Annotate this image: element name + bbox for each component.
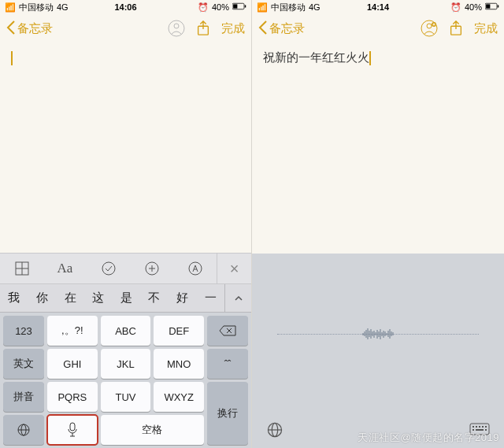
keyboard-toolbar: Aa × [0,253,251,284]
signal-icon: 📶 [257,2,268,13]
done-button[interactable]: 完成 [474,21,498,36]
key-punct[interactable]: ,。?! [47,316,98,346]
candidate[interactable]: 你 [28,291,57,305]
svg-point-13 [189,262,202,275]
note-text: 祝新的一年红红火火 [263,50,369,64]
key-jkl[interactable]: JKL [101,349,151,379]
battery-label: 40% [465,2,482,12]
key-mno[interactable]: MNO [154,349,204,379]
key-abc[interactable]: ABC [101,316,151,346]
candidate[interactable]: 我 [0,291,28,305]
person-add-icon[interactable] [421,20,438,37]
screen-right: 📶 中国移动 4G 14:14 ⏰ 40% 备忘录 [252,0,504,448]
key-newline[interactable]: 换行 [207,382,248,445]
key-pinyin[interactable]: 拼音 [3,382,44,412]
dictation-panel [252,254,504,449]
back-label: 备忘录 [269,21,305,36]
back-button[interactable]: 备忘录 [6,20,53,37]
status-bar: 📶 中国移动 4G 14:06 ⏰ 40% [0,0,251,14]
network-label: 4G [57,2,69,12]
text-cursor [11,51,13,65]
back-label: 备忘录 [17,21,53,36]
svg-rect-2 [245,6,246,8]
svg-rect-35 [472,426,474,428]
candidate-bar: 我 你 在 这 是 不 好 一 [0,284,251,313]
clock: 14:14 [367,2,389,12]
key-english[interactable]: 英文 [3,349,44,379]
alarm-icon: ⏰ [198,2,209,13]
share-icon[interactable] [447,20,465,37]
key-backspace[interactable] [207,316,248,346]
table-icon[interactable] [0,261,43,276]
share-icon[interactable] [195,20,212,37]
candidate[interactable]: 在 [56,291,84,305]
key-shift[interactable]: ˆˆ [207,349,248,379]
chevron-left-icon [6,20,16,37]
candidate[interactable]: 一 [196,291,224,305]
nav-bar: 备忘录 完成 [0,14,251,43]
chevron-left-icon [258,20,268,37]
key-globe[interactable] [3,415,44,445]
battery-icon [232,0,246,15]
key-123[interactable]: 123 [3,316,44,346]
key-ghi[interactable]: GHI [47,349,98,379]
svg-rect-19 [70,423,75,431]
candidate[interactable]: 这 [84,291,113,305]
note-content[interactable] [0,43,251,253]
network-label: 4G [309,2,321,12]
svg-rect-39 [485,426,487,428]
watermark: 天涯社区@随便起的名字2019 [358,431,499,445]
key-wxyz[interactable]: WXYZ [154,382,204,412]
note-content[interactable]: 祝新的一年红红火火 [252,43,504,254]
status-bar: 📶 中国移动 4G 14:14 ⏰ 40% [252,0,504,14]
svg-rect-23 [486,4,490,8]
svg-point-26 [427,24,432,28]
globe-icon[interactable] [266,421,284,442]
svg-rect-36 [476,426,477,428]
carrier-label: 中国移动 [19,2,54,13]
svg-rect-1 [233,4,237,8]
candidate[interactable]: 好 [169,291,197,305]
close-toolbar[interactable]: × [217,254,251,283]
back-button[interactable]: 备忘录 [258,20,305,37]
key-pqrs[interactable]: PQRS [47,382,98,412]
keyboard: 123 ,。?! ABC DEF 英文 GHI JKL MNO ˆˆ 拼音 PQ… [0,313,251,448]
nav-bar: 备忘录 完成 [252,14,504,43]
plus-circle-icon[interactable] [130,261,173,276]
text-cursor [369,51,371,65]
markup-icon[interactable] [173,261,217,276]
candidate[interactable]: 是 [113,291,141,305]
format-aa[interactable]: Aa [43,261,87,276]
candidate[interactable]: 不 [140,291,169,305]
dictation-waveform [252,254,504,416]
svg-rect-38 [482,426,484,428]
key-microphone[interactable] [47,415,98,445]
signal-icon: 📶 [5,2,16,13]
svg-point-9 [102,262,115,275]
key-tuv[interactable]: TUV [101,382,151,412]
key-space[interactable]: 空格 [101,415,204,445]
battery-label: 40% [212,2,229,12]
done-button[interactable]: 完成 [221,21,245,36]
battery-icon [485,0,499,15]
svg-rect-37 [479,426,480,428]
checklist-icon[interactable] [87,261,130,276]
candidate-expand[interactable] [224,284,251,312]
clock: 14:06 [114,2,136,12]
key-def[interactable]: DEF [154,316,204,346]
carrier-label: 中国移动 [271,2,306,13]
svg-point-4 [174,24,179,28]
alarm-icon: ⏰ [450,2,461,13]
screen-left: 📶 中国移动 4G 14:06 ⏰ 40% 备忘录 [0,0,252,448]
person-add-icon[interactable] [168,20,185,37]
svg-rect-24 [498,6,499,8]
